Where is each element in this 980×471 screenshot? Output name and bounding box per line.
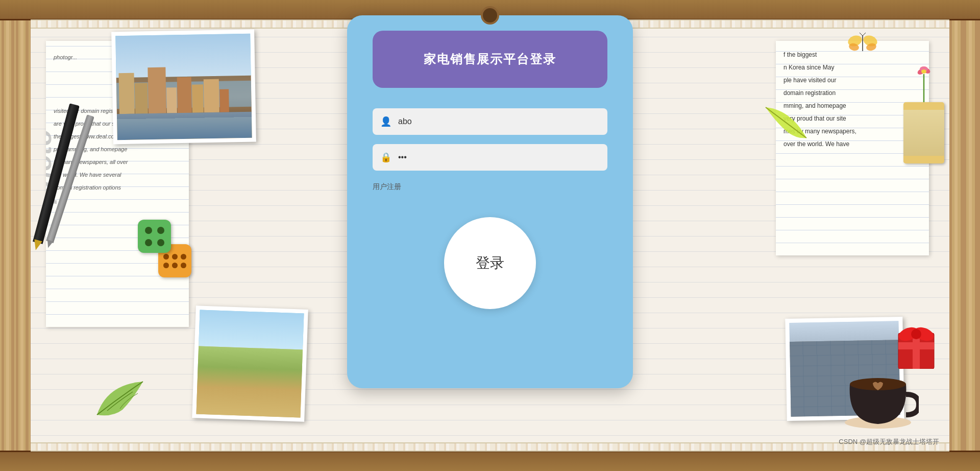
username-wrapper: 👤 [373,108,607,135]
login-title: 家电销售展示平台登录 [424,52,556,66]
dice-dot [157,227,164,234]
left-lace-strip [0,20,31,451]
password-input[interactable] [373,144,607,171]
lace-bottom-decoration [31,442,949,452]
right-lace-strip [949,20,980,451]
dice-orange-dots [159,250,190,272]
username-group: 👤 [373,108,607,135]
dice-dot [172,254,178,260]
svg-point-11 [921,69,926,74]
dice-dot [181,254,186,260]
login-card: 家电销售展示平台登录 👤 🔒 用户注册 登录 [347,15,633,388]
dice-dot [172,263,178,268]
dice-dot [145,227,152,234]
svg-line-6 [863,33,866,36]
svg-rect-15 [898,342,934,349]
dice-dot [181,263,186,268]
svg-line-5 [860,33,863,36]
bottom-wood-bar [0,451,980,471]
photo-waterfront [111,30,256,145]
dice-dot [145,239,152,246]
register-link[interactable]: 用户注册 [373,182,401,192]
login-button[interactable]: 登录 [444,217,536,309]
scroll-decoration [903,102,944,163]
photo-landscape-image [197,310,304,418]
leaf-left [92,374,153,420]
login-title-banner: 家电销售展示平台登录 [373,31,607,88]
svg-point-18 [911,329,921,339]
dice-green-dots [141,223,168,250]
flower-decoration [911,61,937,102]
dice-dot [163,254,169,260]
photo-waterfront-image [115,34,252,140]
leaf-right-center [761,102,812,143]
butterfly-decoration [847,31,878,56]
binding-hole [481,6,499,25]
dice-dot [157,239,164,246]
password-wrapper: 🔒 [373,144,607,171]
dice-dot [163,263,169,268]
username-input[interactable] [373,108,607,135]
photo-landscape [192,305,308,422]
dice-green [138,220,171,253]
ribbon-decoration [893,313,939,369]
csdn-watermark: CSDN @超级无敌暴龙战士塔塔开 [839,437,939,446]
password-group: 🔒 [373,144,607,171]
